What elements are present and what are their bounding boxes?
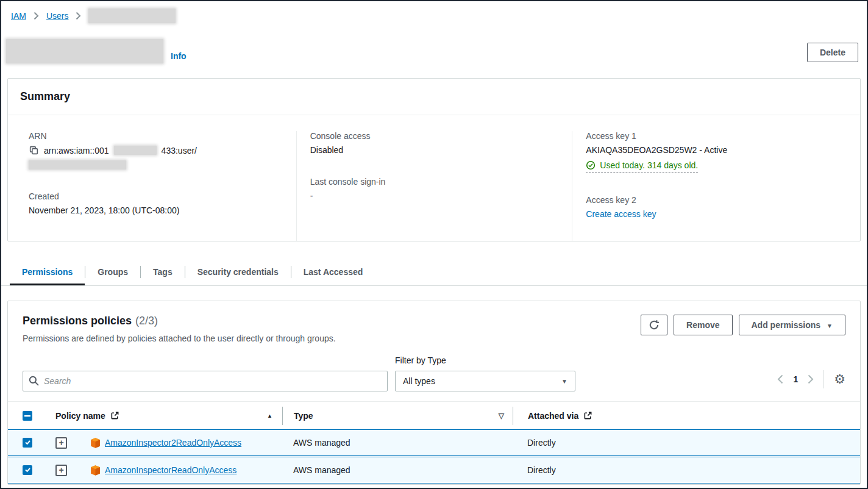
create-access-key-link[interactable]: Create access key <box>586 209 656 219</box>
table-row: + AmazonInspector2ReadOnlyAccess AWS man… <box>8 429 860 456</box>
search-input[interactable] <box>23 371 388 391</box>
console-access-value: Disabled <box>310 145 560 155</box>
divider <box>824 370 824 388</box>
filter-row: Filter by Type All types ▼ 1 ⚙ <box>8 343 860 401</box>
access-key2-label: Access key 2 <box>586 195 836 205</box>
tab-last-accessed[interactable]: Last Accessed <box>291 259 375 285</box>
add-permissions-button[interactable]: Add permissions▼ <box>739 315 846 335</box>
managed-policy-icon <box>90 465 101 476</box>
managed-policy-icon <box>90 437 101 449</box>
pagination: 1 ⚙ <box>777 370 845 391</box>
search-box <box>23 371 388 391</box>
created-field: Created November 21, 2023, 18:00 (UTC-08… <box>29 191 284 215</box>
row-checkbox-checked[interactable] <box>23 438 32 448</box>
access-key1-value: AKIAQA35DEOA2GSD25W2 - Active <box>586 145 836 155</box>
refresh-icon <box>649 319 660 330</box>
column-filter-icon[interactable]: ▽ <box>499 412 504 420</box>
column-policy-name[interactable]: Policy name <box>55 411 105 421</box>
policies-description: Permissions are defined by policies atta… <box>23 334 336 343</box>
policies-title: Permissions policies(2/3) <box>23 315 336 327</box>
tab-security-credentials[interactable]: Security credentials <box>185 259 291 285</box>
refresh-button[interactable] <box>641 315 667 335</box>
column-attached-via[interactable]: Attached via <box>528 411 578 421</box>
delete-button[interactable]: Delete <box>807 43 858 62</box>
page-title-redacted <box>6 39 163 63</box>
type-filter-label: Filter by Type <box>395 355 575 365</box>
policy-type-cell: AWS managed <box>282 465 513 475</box>
policies-count: (2/3) <box>135 315 158 327</box>
created-value: November 21, 2023, 18:00 (UTC-08:00) <box>29 205 284 215</box>
tab-permissions[interactable]: Permissions <box>10 259 85 285</box>
summary-column-2: Console access Disabled Last console sig… <box>296 131 572 241</box>
chevron-right-icon <box>34 12 39 20</box>
copy-icon[interactable] <box>29 145 39 155</box>
last-signin-field: Last console sign-in - <box>310 177 560 201</box>
arn-username-redacted <box>29 160 126 170</box>
caret-down-icon: ▼ <box>561 378 567 385</box>
access-key1-label: Access key 1 <box>586 131 836 141</box>
policy-name-link[interactable]: AmazonInspectorReadOnlyAccess <box>105 465 237 475</box>
sort-ascending-icon[interactable]: ▲ <box>267 413 272 419</box>
arn-value-mid: 433:user/ <box>162 146 197 155</box>
access-key1-status[interactable]: Used today. 314 days old. <box>586 160 698 173</box>
console-access-field: Console access Disabled <box>310 131 560 155</box>
previous-page-icon[interactable] <box>777 374 783 384</box>
breadcrumb-current-user-redacted <box>88 9 176 23</box>
created-label: Created <box>29 191 284 201</box>
row-checkbox-checked[interactable] <box>23 465 32 475</box>
console-access-label: Console access <box>310 131 560 141</box>
iam-user-detail-page: IAM Users Info Delete Summary ARN <box>0 0 868 489</box>
table-header: Policy name ▲ Type ▽ Attached via <box>8 401 860 429</box>
external-link-icon <box>583 411 592 420</box>
expand-row-button[interactable]: + <box>55 437 67 449</box>
remove-button[interactable]: Remove <box>674 315 732 335</box>
settings-gear-icon[interactable]: ⚙ <box>834 373 845 386</box>
table-row: + AmazonInspectorReadOnlyAccess AWS mana… <box>8 457 860 484</box>
arn-value-prefix: arn:aws:iam::001 <box>44 146 109 155</box>
policies-header: Permissions policies(2/3) Permissions ar… <box>8 301 860 343</box>
tab-tags[interactable]: Tags <box>141 259 185 285</box>
type-filter-value: All types <box>403 376 435 386</box>
arn-label: ARN <box>29 131 284 141</box>
search-icon <box>29 376 39 388</box>
attached-via-cell: Directly <box>513 465 860 475</box>
summary-column-1: ARN arn:aws:iam::001433:user/ Created No… <box>20 131 296 241</box>
select-all-checkbox[interactable] <box>23 411 32 421</box>
policy-name-link[interactable]: AmazonInspector2ReadOnlyAccess <box>105 438 241 448</box>
access-key2-field: Access key 2 Create access key <box>586 195 836 219</box>
policies-actions: Remove Add permissions▼ <box>641 315 845 335</box>
chevron-right-icon <box>76 12 81 20</box>
next-page-icon[interactable] <box>808 374 814 384</box>
type-filter-select[interactable]: All types ▼ <box>395 371 575 391</box>
attached-via-cell: Directly <box>513 438 860 448</box>
last-signin-value: - <box>310 191 560 201</box>
summary-grid: ARN arn:aws:iam::001433:user/ Created No… <box>8 115 860 241</box>
arn-field: ARN arn:aws:iam::001433:user/ <box>29 131 284 170</box>
summary-column-3: Access key 1 AKIAQA35DEOA2GSD25W2 - Acti… <box>572 131 848 241</box>
summary-title: Summary <box>20 90 848 103</box>
caret-down-icon: ▼ <box>827 323 833 329</box>
info-link[interactable]: Info <box>171 51 187 61</box>
page-header: Info Delete <box>6 39 858 63</box>
last-signin-label: Last console sign-in <box>310 177 560 187</box>
access-key1-field: Access key 1 AKIAQA35DEOA2GSD25W2 - Acti… <box>586 131 836 173</box>
tab-bar: Permissions Groups Tags Security credent… <box>1 259 867 286</box>
permissions-policies-card: Permissions policies(2/3) Permissions ar… <box>7 301 861 485</box>
arn-account-redacted <box>114 146 157 155</box>
check-circle-icon <box>586 160 596 170</box>
breadcrumb-users-link[interactable]: Users <box>46 11 69 21</box>
breadcrumb-iam-link[interactable]: IAM <box>11 11 26 21</box>
summary-card-header: Summary <box>8 79 860 115</box>
tab-groups[interactable]: Groups <box>85 259 140 285</box>
access-key1-status-text: Used today. 314 days old. <box>600 160 698 170</box>
summary-card: Summary ARN arn:aws:iam::001433:user/ Cr… <box>7 78 861 241</box>
breadcrumb: IAM Users <box>1 1 867 23</box>
external-link-icon <box>110 411 119 420</box>
policy-type-cell: AWS managed <box>282 438 513 448</box>
type-filter-group: Filter by Type All types ▼ <box>395 355 575 391</box>
expand-row-button[interactable]: + <box>55 465 67 476</box>
current-page-number[interactable]: 1 <box>793 374 798 384</box>
column-type[interactable]: Type <box>294 411 313 421</box>
